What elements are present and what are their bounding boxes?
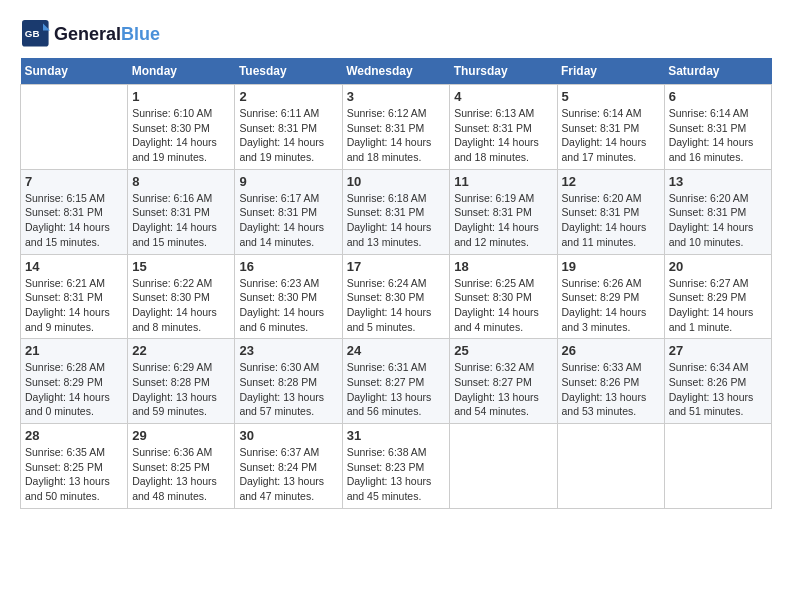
svg-text:GB: GB <box>25 28 40 39</box>
day-number: 30 <box>239 428 337 443</box>
day-info: Sunrise: 6:13 AM Sunset: 8:31 PM Dayligh… <box>454 106 552 165</box>
day-info: Sunrise: 6:36 AM Sunset: 8:25 PM Dayligh… <box>132 445 230 504</box>
day-number: 9 <box>239 174 337 189</box>
calendar-cell: 18Sunrise: 6:25 AM Sunset: 8:30 PM Dayli… <box>450 254 557 339</box>
day-info: Sunrise: 6:31 AM Sunset: 8:27 PM Dayligh… <box>347 360 446 419</box>
calendar-week-row: 28Sunrise: 6:35 AM Sunset: 8:25 PM Dayli… <box>21 424 772 509</box>
logo-icon: GB <box>22 20 50 48</box>
calendar-week-row: 7Sunrise: 6:15 AM Sunset: 8:31 PM Daylig… <box>21 169 772 254</box>
calendar-cell: 7Sunrise: 6:15 AM Sunset: 8:31 PM Daylig… <box>21 169 128 254</box>
day-info: Sunrise: 6:30 AM Sunset: 8:28 PM Dayligh… <box>239 360 337 419</box>
day-number: 17 <box>347 259 446 274</box>
calendar-cell: 10Sunrise: 6:18 AM Sunset: 8:31 PM Dayli… <box>342 169 450 254</box>
calendar-cell: 21Sunrise: 6:28 AM Sunset: 8:29 PM Dayli… <box>21 339 128 424</box>
day-number: 8 <box>132 174 230 189</box>
calendar-cell: 26Sunrise: 6:33 AM Sunset: 8:26 PM Dayli… <box>557 339 664 424</box>
calendar-cell: 5Sunrise: 6:14 AM Sunset: 8:31 PM Daylig… <box>557 85 664 170</box>
day-number: 13 <box>669 174 767 189</box>
calendar-cell <box>557 424 664 509</box>
day-number: 31 <box>347 428 446 443</box>
day-number: 6 <box>669 89 767 104</box>
day-number: 27 <box>669 343 767 358</box>
weekday-header-monday: Monday <box>128 58 235 85</box>
day-info: Sunrise: 6:29 AM Sunset: 8:28 PM Dayligh… <box>132 360 230 419</box>
weekday-header-wednesday: Wednesday <box>342 58 450 85</box>
weekday-header-tuesday: Tuesday <box>235 58 342 85</box>
calendar-cell <box>664 424 771 509</box>
weekday-header-friday: Friday <box>557 58 664 85</box>
calendar-cell: 29Sunrise: 6:36 AM Sunset: 8:25 PM Dayli… <box>128 424 235 509</box>
day-info: Sunrise: 6:11 AM Sunset: 8:31 PM Dayligh… <box>239 106 337 165</box>
calendar-cell: 20Sunrise: 6:27 AM Sunset: 8:29 PM Dayli… <box>664 254 771 339</box>
calendar-cell: 28Sunrise: 6:35 AM Sunset: 8:25 PM Dayli… <box>21 424 128 509</box>
day-info: Sunrise: 6:20 AM Sunset: 8:31 PM Dayligh… <box>669 191 767 250</box>
weekday-header-sunday: Sunday <box>21 58 128 85</box>
day-info: Sunrise: 6:17 AM Sunset: 8:31 PM Dayligh… <box>239 191 337 250</box>
day-info: Sunrise: 6:35 AM Sunset: 8:25 PM Dayligh… <box>25 445 123 504</box>
day-info: Sunrise: 6:20 AM Sunset: 8:31 PM Dayligh… <box>562 191 660 250</box>
day-number: 25 <box>454 343 552 358</box>
day-number: 21 <box>25 343 123 358</box>
calendar-cell: 4Sunrise: 6:13 AM Sunset: 8:31 PM Daylig… <box>450 85 557 170</box>
day-info: Sunrise: 6:34 AM Sunset: 8:26 PM Dayligh… <box>669 360 767 419</box>
day-number: 22 <box>132 343 230 358</box>
day-number: 12 <box>562 174 660 189</box>
calendar-cell: 23Sunrise: 6:30 AM Sunset: 8:28 PM Dayli… <box>235 339 342 424</box>
calendar-cell: 17Sunrise: 6:24 AM Sunset: 8:30 PM Dayli… <box>342 254 450 339</box>
day-number: 14 <box>25 259 123 274</box>
logo: GB GeneralBlue <box>20 20 160 48</box>
day-number: 26 <box>562 343 660 358</box>
calendar-week-row: 1Sunrise: 6:10 AM Sunset: 8:30 PM Daylig… <box>21 85 772 170</box>
day-number: 11 <box>454 174 552 189</box>
calendar-cell: 8Sunrise: 6:16 AM Sunset: 8:31 PM Daylig… <box>128 169 235 254</box>
day-info: Sunrise: 6:10 AM Sunset: 8:30 PM Dayligh… <box>132 106 230 165</box>
day-number: 10 <box>347 174 446 189</box>
page-header: GB GeneralBlue <box>20 20 772 48</box>
calendar-cell: 31Sunrise: 6:38 AM Sunset: 8:23 PM Dayli… <box>342 424 450 509</box>
day-info: Sunrise: 6:19 AM Sunset: 8:31 PM Dayligh… <box>454 191 552 250</box>
day-info: Sunrise: 6:14 AM Sunset: 8:31 PM Dayligh… <box>669 106 767 165</box>
day-number: 5 <box>562 89 660 104</box>
weekday-header-saturday: Saturday <box>664 58 771 85</box>
calendar-cell: 25Sunrise: 6:32 AM Sunset: 8:27 PM Dayli… <box>450 339 557 424</box>
day-info: Sunrise: 6:22 AM Sunset: 8:30 PM Dayligh… <box>132 276 230 335</box>
day-number: 24 <box>347 343 446 358</box>
day-info: Sunrise: 6:28 AM Sunset: 8:29 PM Dayligh… <box>25 360 123 419</box>
day-number: 18 <box>454 259 552 274</box>
day-number: 3 <box>347 89 446 104</box>
day-info: Sunrise: 6:37 AM Sunset: 8:24 PM Dayligh… <box>239 445 337 504</box>
logo-text: GeneralBlue <box>54 24 160 45</box>
calendar-cell: 24Sunrise: 6:31 AM Sunset: 8:27 PM Dayli… <box>342 339 450 424</box>
day-number: 29 <box>132 428 230 443</box>
calendar-cell: 3Sunrise: 6:12 AM Sunset: 8:31 PM Daylig… <box>342 85 450 170</box>
calendar-cell: 12Sunrise: 6:20 AM Sunset: 8:31 PM Dayli… <box>557 169 664 254</box>
calendar-cell: 1Sunrise: 6:10 AM Sunset: 8:30 PM Daylig… <box>128 85 235 170</box>
weekday-header-row: SundayMondayTuesdayWednesdayThursdayFrid… <box>21 58 772 85</box>
day-number: 16 <box>239 259 337 274</box>
calendar-cell: 15Sunrise: 6:22 AM Sunset: 8:30 PM Dayli… <box>128 254 235 339</box>
day-number: 4 <box>454 89 552 104</box>
day-info: Sunrise: 6:16 AM Sunset: 8:31 PM Dayligh… <box>132 191 230 250</box>
calendar-cell <box>21 85 128 170</box>
day-info: Sunrise: 6:24 AM Sunset: 8:30 PM Dayligh… <box>347 276 446 335</box>
day-info: Sunrise: 6:23 AM Sunset: 8:30 PM Dayligh… <box>239 276 337 335</box>
calendar-cell: 19Sunrise: 6:26 AM Sunset: 8:29 PM Dayli… <box>557 254 664 339</box>
day-number: 28 <box>25 428 123 443</box>
day-info: Sunrise: 6:32 AM Sunset: 8:27 PM Dayligh… <box>454 360 552 419</box>
calendar-cell: 13Sunrise: 6:20 AM Sunset: 8:31 PM Dayli… <box>664 169 771 254</box>
calendar-week-row: 14Sunrise: 6:21 AM Sunset: 8:31 PM Dayli… <box>21 254 772 339</box>
day-info: Sunrise: 6:26 AM Sunset: 8:29 PM Dayligh… <box>562 276 660 335</box>
day-info: Sunrise: 6:15 AM Sunset: 8:31 PM Dayligh… <box>25 191 123 250</box>
calendar-cell: 27Sunrise: 6:34 AM Sunset: 8:26 PM Dayli… <box>664 339 771 424</box>
day-number: 15 <box>132 259 230 274</box>
day-info: Sunrise: 6:21 AM Sunset: 8:31 PM Dayligh… <box>25 276 123 335</box>
day-info: Sunrise: 6:33 AM Sunset: 8:26 PM Dayligh… <box>562 360 660 419</box>
day-info: Sunrise: 6:25 AM Sunset: 8:30 PM Dayligh… <box>454 276 552 335</box>
weekday-header-thursday: Thursday <box>450 58 557 85</box>
calendar-cell: 22Sunrise: 6:29 AM Sunset: 8:28 PM Dayli… <box>128 339 235 424</box>
day-number: 2 <box>239 89 337 104</box>
calendar-cell <box>450 424 557 509</box>
day-info: Sunrise: 6:12 AM Sunset: 8:31 PM Dayligh… <box>347 106 446 165</box>
calendar-cell: 11Sunrise: 6:19 AM Sunset: 8:31 PM Dayli… <box>450 169 557 254</box>
calendar-cell: 2Sunrise: 6:11 AM Sunset: 8:31 PM Daylig… <box>235 85 342 170</box>
